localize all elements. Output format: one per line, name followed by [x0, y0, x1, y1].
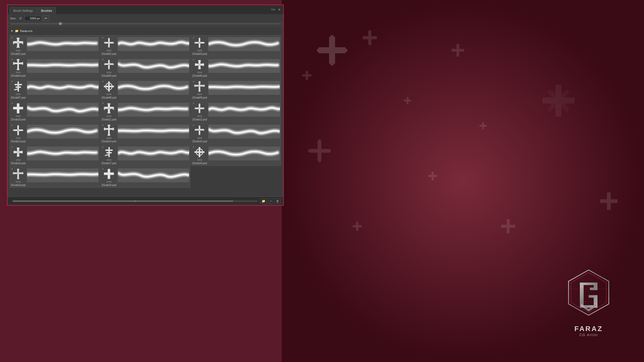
folder-action-button[interactable]: 📁 — [260, 199, 267, 204]
brush-item[interactable]: ↗ 1024 — [10, 123, 100, 144]
brush-item[interactable]: ↗ 1024 — [191, 145, 281, 166]
brush-item[interactable]: ↗ 1024 — [191, 101, 281, 122]
brush-stroke-preview — [118, 125, 189, 139]
brush-thumb-container: 1024 — [192, 80, 280, 96]
brush-cross-icon — [12, 58, 24, 71]
brush-icon-area: 1024 — [11, 124, 25, 139]
brush-icon-area: 1024 — [192, 80, 207, 96]
svg-rect-102 — [104, 107, 105, 110]
tab-brushes[interactable]: Brushes — [37, 7, 56, 14]
brush-item[interactable]: ↗ 1024 — [100, 123, 191, 144]
svg-rect-27 — [501, 225, 515, 228]
collapse-arrow[interactable]: ▼ — [11, 29, 13, 32]
size-input[interactable] — [25, 16, 41, 21]
brush-size-label: 1024 — [106, 49, 111, 52]
brush-icon-area: 1024 — [102, 36, 116, 52]
brush-item[interactable]: ↗ 1024 — [191, 123, 281, 144]
brush-stroke-preview — [27, 81, 99, 95]
brush-size-label: 1024 — [106, 93, 111, 96]
brush-item[interactable]: ↗ 1024 — [10, 35, 100, 57]
brush-cross-icon — [12, 80, 24, 93]
brush-cross-icon — [193, 102, 206, 115]
svg-point-63 — [194, 42, 196, 43]
brush-item[interactable]: ↗ 1024 — [100, 166, 191, 188]
logo-name: FARAZ — [574, 325, 603, 333]
svg-rect-67 — [14, 63, 23, 64]
brush-item[interactable]: ↗ 1024 — [10, 145, 100, 166]
brush-stroke-preview — [118, 147, 189, 160]
svg-rect-80 — [16, 86, 21, 88]
brush-item[interactable]: ↗ 1024 — [100, 79, 191, 100]
menu-button[interactable]: ≡ — [277, 7, 281, 12]
tab-brush-settings[interactable]: Brush Settings — [10, 7, 37, 14]
brush-thumb-container: 1024 — [192, 124, 280, 139]
svg-rect-133 — [105, 150, 113, 151]
brush-item[interactable]: ↗ 1024 — [10, 166, 100, 188]
stroke-preview-svg — [27, 168, 99, 182]
brush-size-label: 1024 — [16, 93, 21, 96]
svg-point-58 — [108, 42, 110, 43]
svg-rect-19 — [318, 160, 321, 162]
delete-brush-button[interactable]: 🗑 — [275, 199, 281, 204]
brushes-content[interactable]: ▼ 📁 Faraz-crs ↗ — [8, 26, 283, 197]
brush-size-label: 1024 — [197, 115, 202, 117]
svg-point-145 — [21, 172, 23, 174]
brush-size-label: 1024 — [16, 180, 21, 183]
brush-name: ZGrab13.psd — [11, 140, 99, 143]
svg-rect-48 — [13, 41, 14, 44]
brush-item[interactable]: ↗ 1024 — [100, 35, 191, 57]
svg-rect-103 — [113, 107, 114, 110]
svg-point-93 — [199, 85, 200, 86]
brush-stroke-preview — [208, 147, 280, 160]
svg-rect-13 — [404, 100, 411, 101]
brush-size-label: 1024 — [197, 93, 202, 96]
svg-point-117 — [13, 129, 15, 131]
brush-icon-area: 1024 — [102, 102, 116, 117]
brush-stroke-preview — [208, 59, 280, 73]
horizontal-scrollbar[interactable]: ▲ — [13, 200, 258, 202]
svg-rect-68 — [17, 59, 19, 61]
brush-item[interactable]: ↗ 1024 — [100, 57, 191, 78]
svg-rect-79 — [15, 84, 22, 85]
folder-icon: 📁 — [15, 29, 19, 33]
brush-name: ZGrab16.psd — [11, 162, 99, 165]
brush-thumb-container: 1024 — [11, 58, 99, 74]
brush-item[interactable]: ↗ 1024 — [10, 57, 100, 78]
svg-point-61 — [199, 38, 200, 39]
brush-icon-area: 1024 — [11, 80, 25, 96]
edit-button[interactable]: ✏ — [43, 16, 49, 21]
size-slider-track[interactable] — [10, 23, 281, 24]
add-brush-button[interactable]: + — [268, 199, 273, 204]
brush-thumb-container: 1024 — [102, 124, 189, 139]
reset-button[interactable]: ↺ — [18, 16, 23, 21]
brush-thumb-container: 1024 — [192, 58, 280, 74]
expand-button[interactable]: >> — [270, 7, 276, 12]
brush-item[interactable]: ↗ 1024 — [191, 79, 281, 100]
brush-item[interactable]: ↗ 1024 — [10, 101, 100, 122]
svg-point-105 — [108, 108, 109, 109]
svg-rect-2 — [331, 35, 334, 38]
svg-rect-15 — [452, 49, 464, 52]
toolbar: Size: ↺ ✏ — [8, 14, 283, 23]
svg-rect-81 — [14, 88, 18, 90]
brush-item[interactable]: ↗ 1024 — [191, 35, 281, 57]
svg-rect-101 — [107, 112, 110, 113]
brush-thumb-container: 1024 — [102, 102, 189, 117]
brush-icon-area: 1024 — [102, 58, 116, 74]
brush-item[interactable]: ↗ 1024 — [191, 57, 281, 78]
size-slider-thumb[interactable] — [59, 22, 62, 25]
brush-item[interactable]: ↗ 1024 — [100, 145, 191, 166]
brush-name: ZGrab12.psd — [192, 118, 280, 121]
brush-thumb-container: 1024 — [11, 124, 99, 139]
brush-thumb-container: 1024 — [102, 80, 189, 96]
svg-rect-10 — [369, 30, 370, 32]
brush-cross-icon — [103, 146, 115, 158]
stroke-preview-svg — [27, 125, 99, 139]
brush-item[interactable]: ↗ 1024 — [100, 101, 191, 122]
stroke-preview-svg — [208, 125, 280, 139]
svg-rect-49 — [22, 41, 23, 44]
brush-stroke-preview — [27, 103, 99, 117]
brush-item[interactable]: ↗ 1024 — [10, 79, 100, 100]
svg-rect-123 — [108, 134, 110, 136]
stroke-preview-svg — [27, 147, 99, 160]
